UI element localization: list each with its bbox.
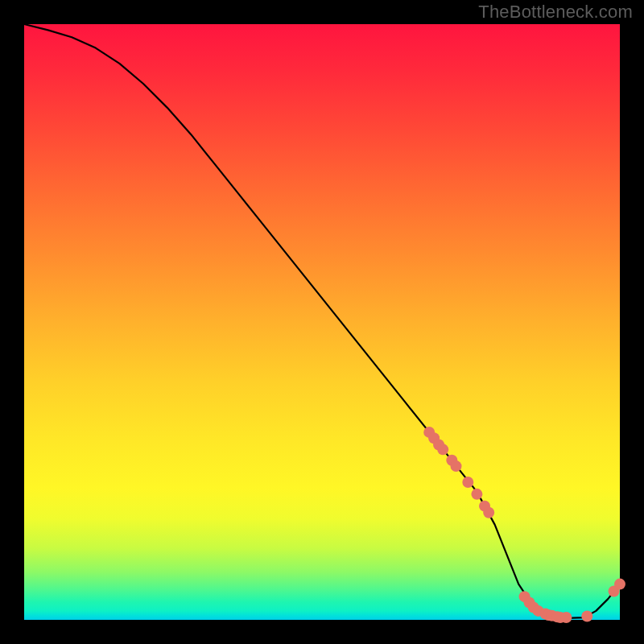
watermark-text: TheBottleneck.com bbox=[478, 2, 633, 23]
data-marker bbox=[483, 507, 494, 518]
data-marker bbox=[560, 612, 572, 623]
data-marker bbox=[451, 460, 462, 472]
data-marker bbox=[581, 611, 592, 622]
plot-area bbox=[24, 24, 620, 620]
data-marker bbox=[614, 579, 625, 590]
curve-svg bbox=[24, 24, 620, 620]
bottleneck-curve bbox=[24, 24, 620, 618]
data-marker bbox=[437, 444, 448, 455]
marker-layer bbox=[423, 427, 625, 623]
data-marker bbox=[462, 477, 473, 488]
data-marker bbox=[471, 489, 482, 500]
chart-container: TheBottleneck.com bbox=[0, 0, 644, 644]
